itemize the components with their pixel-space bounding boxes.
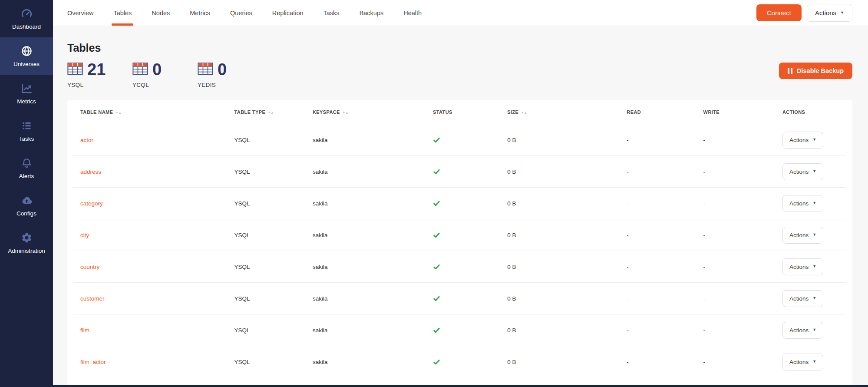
sidebar-item-universes[interactable]: Universes bbox=[0, 37, 53, 75]
tab-metrics[interactable]: Metrics bbox=[180, 0, 220, 26]
keyspace-cell: sakila bbox=[306, 327, 426, 334]
table-count-stat-ysql: 21 YSQL bbox=[67, 61, 132, 88]
disable-backup-button[interactable]: Disable Backup bbox=[779, 63, 852, 79]
connect-button[interactable]: Connect bbox=[756, 4, 802, 21]
table-type-cell: YSQL bbox=[228, 264, 306, 270]
table-name-link[interactable]: address bbox=[80, 169, 101, 175]
row-actions-button[interactable]: Actions ▼ bbox=[782, 322, 823, 339]
table-body: actor YSQL sakila 0 B - - Actions ▼ bbox=[73, 124, 846, 377]
universe-topbar: OverviewTablesNodesMetricsQueriesReplica… bbox=[53, 0, 868, 26]
sort-icon[interactable]: ▼▲ bbox=[342, 111, 348, 115]
tab-nodes[interactable]: Nodes bbox=[142, 0, 180, 26]
check-icon bbox=[433, 168, 500, 175]
tab-overview[interactable]: Overview bbox=[57, 0, 103, 26]
sidebar-item-tasks[interactable]: Tasks bbox=[0, 112, 53, 149]
check-icon bbox=[433, 200, 500, 207]
keyspace-cell: sakila bbox=[306, 264, 426, 270]
column-header-label: ACTIONS bbox=[782, 109, 805, 115]
tab-queries[interactable]: Queries bbox=[220, 0, 262, 26]
row-actions-button[interactable]: Actions ▼ bbox=[782, 258, 823, 275]
column-header-size[interactable]: SIZE▼▲ bbox=[500, 109, 620, 115]
tab-replication[interactable]: Replication bbox=[262, 0, 314, 26]
configs-icon bbox=[21, 195, 33, 206]
column-header-table-type[interactable]: TABLE TYPE▼▲ bbox=[228, 109, 306, 115]
table-row-customer: customer YSQL sakila 0 B - - Actions ▼ bbox=[73, 282, 846, 314]
sidebar-item-alerts[interactable]: Alerts bbox=[0, 149, 53, 187]
table-name-link[interactable]: category bbox=[80, 200, 103, 207]
administration-icon bbox=[21, 232, 33, 244]
table-type-cell: YSQL bbox=[228, 137, 306, 143]
row-actions-button[interactable]: Actions ▼ bbox=[782, 290, 823, 307]
write-cell: - bbox=[696, 232, 776, 238]
tab-health[interactable]: Health bbox=[393, 0, 432, 26]
table-type-cell: YSQL bbox=[228, 169, 306, 175]
table-count-stats: 21 YSQL 0 YCQL 0 YEDIS bbox=[67, 61, 852, 88]
tab-backups[interactable]: Backups bbox=[350, 0, 394, 26]
table-name-link[interactable]: film bbox=[80, 327, 89, 334]
tables-list-card: TABLE NAME▼▲ TABLE TYPE▼▲ KEYSPACE▼▲ STA… bbox=[67, 100, 852, 387]
sort-icon[interactable]: ▼▲ bbox=[521, 111, 527, 115]
table-type-cell: YSQL bbox=[228, 200, 306, 207]
sidebar-item-administration[interactable]: Administration bbox=[0, 224, 53, 261]
row-actions-label: Actions bbox=[789, 232, 809, 238]
chevron-down-icon: ▼ bbox=[812, 232, 816, 237]
sidebar-item-label: Metrics bbox=[17, 98, 36, 105]
table-name-link[interactable]: actor bbox=[80, 137, 93, 143]
table-type-cell: YSQL bbox=[228, 295, 306, 302]
check-icon bbox=[433, 327, 500, 334]
chevron-down-icon: ▼ bbox=[812, 296, 816, 300]
write-cell: - bbox=[696, 359, 776, 365]
actions-dropdown-button[interactable]: Actions ▼ bbox=[807, 4, 852, 22]
write-cell: - bbox=[696, 137, 776, 143]
sidebar-item-metrics[interactable]: Metrics bbox=[0, 75, 53, 112]
table-name-link[interactable]: film_actor bbox=[80, 359, 106, 365]
column-header-write[interactable]: WRITE bbox=[696, 109, 776, 115]
row-actions-label: Actions bbox=[789, 295, 809, 302]
size-cell: 0 B bbox=[500, 295, 620, 302]
table-count-value: 0 bbox=[152, 61, 162, 78]
size-cell: 0 B bbox=[500, 359, 620, 365]
table-name-link[interactable]: country bbox=[80, 264, 99, 270]
read-cell: - bbox=[620, 200, 696, 207]
row-actions-label: Actions bbox=[789, 169, 809, 175]
table-name-link[interactable]: customer bbox=[80, 295, 105, 302]
size-cell: 0 B bbox=[500, 200, 620, 207]
tab-tasks[interactable]: Tasks bbox=[314, 0, 350, 26]
pause-icon bbox=[788, 68, 792, 74]
read-cell: - bbox=[620, 137, 696, 143]
read-cell: - bbox=[620, 169, 696, 175]
row-actions-button[interactable]: Actions ▼ bbox=[782, 227, 823, 244]
sidebar-item-configs[interactable]: Configs bbox=[0, 187, 53, 224]
table-count-label: YEDIS bbox=[198, 82, 263, 88]
row-actions-label: Actions bbox=[789, 137, 809, 143]
read-cell: - bbox=[620, 264, 696, 270]
column-header-actions[interactable]: ACTIONS bbox=[776, 109, 846, 115]
universe-tabs: OverviewTablesNodesMetricsQueriesReplica… bbox=[53, 0, 432, 26]
universes-icon bbox=[21, 45, 33, 57]
row-actions-button[interactable]: Actions ▼ bbox=[782, 132, 823, 149]
alerts-icon bbox=[21, 157, 33, 169]
read-cell: - bbox=[620, 232, 696, 238]
column-header-label: WRITE bbox=[703, 109, 719, 115]
column-header-keyspace[interactable]: KEYSPACE▼▲ bbox=[306, 109, 426, 115]
column-header-status[interactable]: STATUS bbox=[426, 109, 500, 115]
table-name-link[interactable]: city bbox=[80, 232, 89, 238]
read-cell: - bbox=[620, 327, 696, 334]
tab-tables[interactable]: Tables bbox=[103, 0, 142, 26]
check-icon bbox=[433, 358, 500, 366]
row-actions-button[interactable]: Actions ▼ bbox=[782, 163, 823, 180]
yugabyte-platform-app: Dashboard Universes Metrics Tasks Alerts… bbox=[0, 0, 868, 387]
read-cell: - bbox=[620, 295, 696, 302]
column-header-table-name[interactable]: TABLE NAME▼▲ bbox=[73, 109, 228, 115]
size-cell: 0 B bbox=[500, 169, 620, 175]
column-header-label: SIZE bbox=[507, 109, 518, 115]
row-actions-label: Actions bbox=[789, 327, 809, 334]
column-header-read[interactable]: READ bbox=[620, 109, 696, 115]
sidebar-item-dashboard[interactable]: Dashboard bbox=[0, 0, 53, 37]
table-type-cell: YSQL bbox=[228, 232, 306, 238]
sort-icon[interactable]: ▼▲ bbox=[115, 111, 121, 115]
sort-icon[interactable]: ▼▲ bbox=[267, 111, 274, 115]
row-actions-button[interactable]: Actions ▼ bbox=[782, 354, 823, 370]
keyspace-cell: sakila bbox=[306, 359, 426, 365]
row-actions-button[interactable]: Actions ▼ bbox=[782, 195, 823, 212]
